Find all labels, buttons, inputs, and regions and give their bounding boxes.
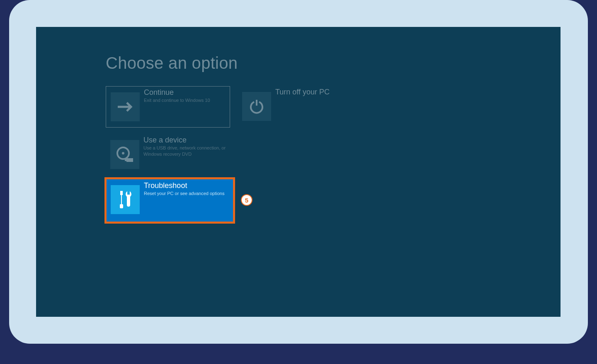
use-device-title: Use a device (143, 135, 226, 145)
step-badge: 5 (241, 194, 252, 206)
power-icon (242, 92, 271, 121)
troubleshoot-sub: Reset your PC or see advanced options (144, 190, 224, 197)
svg-rect-8 (127, 191, 130, 195)
continue-tile[interactable]: Continue Exit and continue to Windows 10 (106, 86, 230, 128)
svg-rect-5 (120, 191, 123, 195)
turn-off-tile[interactable]: Turn off your PC (242, 86, 366, 128)
use-device-tile[interactable]: Use a device Use a USB drive, network co… (106, 134, 230, 176)
svg-rect-4 (125, 159, 127, 161)
card: Choose an option Continue Exit and conti… (9, 0, 588, 344)
disc-usb-icon (110, 140, 139, 169)
svg-point-2 (122, 152, 124, 154)
arrow-right-icon (111, 92, 140, 121)
turn-off-title: Turn off your PC (275, 87, 330, 96)
use-device-sub: Use a USB drive, network connection, or … (143, 145, 226, 157)
page-title: Choose an option (106, 54, 238, 72)
continue-title: Continue (144, 88, 210, 97)
svg-rect-7 (120, 204, 123, 208)
svg-rect-3 (126, 158, 133, 162)
tools-icon (111, 185, 140, 214)
troubleshoot-title: Troubleshoot (144, 179, 224, 190)
recovery-screen: Choose an option Continue Exit and conti… (36, 27, 561, 317)
continue-sub: Exit and continue to Windows 10 (144, 97, 210, 104)
troubleshoot-tile[interactable]: Troubleshoot Reset your PC or see advanc… (107, 179, 233, 222)
svg-rect-6 (121, 195, 122, 204)
